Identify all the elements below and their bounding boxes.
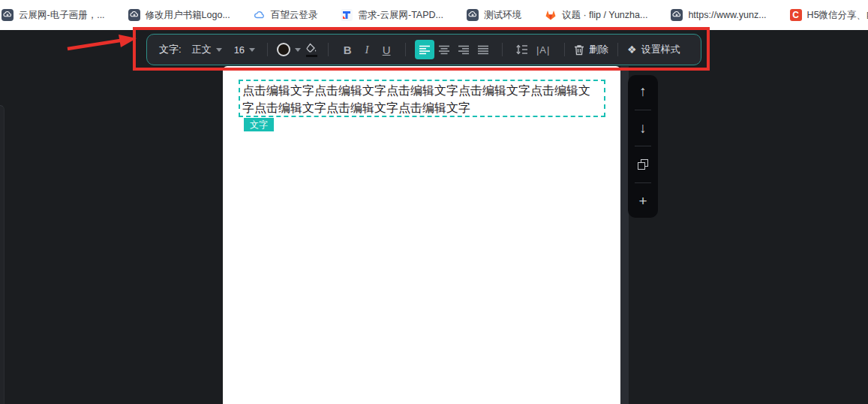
duplicate-button[interactable] xyxy=(628,154,658,175)
move-layer-up-button[interactable]: ↑ xyxy=(628,81,658,102)
bookmark-label: 百望云登录 xyxy=(271,9,318,22)
align-left-button[interactable] xyxy=(415,40,434,59)
toolbar-divider xyxy=(617,43,618,56)
set-style-label: 设置样式 xyxy=(641,43,680,56)
add-element-button[interactable]: + xyxy=(628,191,658,212)
text-color-picker[interactable] xyxy=(277,43,301,56)
toolbar-divider xyxy=(564,43,565,56)
align-justify-icon xyxy=(477,45,489,55)
arrow-up-icon: ↑ xyxy=(639,83,647,100)
yunzhan-favicon xyxy=(2,9,14,21)
align-center-icon xyxy=(438,45,450,55)
cloud-icon xyxy=(254,9,266,21)
set-style-button[interactable]: ❖ 设置样式 xyxy=(627,43,680,56)
diamonds-icon: ❖ xyxy=(627,44,637,56)
toolbar-divider xyxy=(267,43,268,56)
bookmark-test-env[interactable]: 测试环境 xyxy=(467,9,521,22)
copy-icon xyxy=(638,159,649,170)
plus-icon: + xyxy=(638,193,647,210)
paint-bucket-icon xyxy=(305,43,317,53)
bookmark-modify-logo[interactable]: 修改用户书籍Logo... xyxy=(128,9,230,22)
chevron-down-icon xyxy=(249,48,255,52)
yunzhan-favicon xyxy=(467,9,479,21)
highlight-color-swatch xyxy=(306,55,317,57)
bookmark-tapd[interactable]: 需求-云展网-TAPD... xyxy=(341,9,443,22)
toolbar-divider xyxy=(405,43,406,56)
bookmark-label: H5微信分享、自定... xyxy=(807,9,868,22)
element-type-badge: 文字 xyxy=(244,118,274,131)
bookmark-label: 云展网-电子画册，... xyxy=(19,9,105,22)
toolbar-divider xyxy=(502,43,503,56)
highlight-color-button[interactable] xyxy=(305,43,317,57)
toolbar-text-label: 文字: xyxy=(159,43,182,56)
line-height-icon xyxy=(515,44,528,55)
line-height-button[interactable] xyxy=(512,40,531,59)
letter-spacing-icon: |A| xyxy=(536,44,550,56)
text-toolbar: 文字: 正文 16 B I U xyxy=(146,34,701,65)
align-center-button[interactable] xyxy=(434,40,454,59)
bookmark-gitlab-issue[interactable]: 议题 · flip / Yunzha... xyxy=(545,9,647,22)
layer-side-panel: ↑ ↓ + xyxy=(628,75,658,218)
letter-spacing-button[interactable]: |A| xyxy=(531,40,555,59)
align-justify-button[interactable] xyxy=(473,40,493,59)
bookmark-label: https://www.yunz... xyxy=(688,10,766,20)
align-right-button[interactable] xyxy=(454,40,473,59)
trash-icon xyxy=(574,44,584,56)
chevron-down-icon xyxy=(295,48,301,52)
bookmark-baiwang-login[interactable]: 百望云登录 xyxy=(254,9,318,22)
bookmark-label: 修改用户书籍Logo... xyxy=(146,9,230,22)
arrow-down-icon: ↓ xyxy=(639,120,647,137)
delete-label: 删除 xyxy=(589,43,608,56)
panel-divider xyxy=(635,110,651,110)
delete-button[interactable]: 删除 xyxy=(574,43,608,56)
bookmark-label: 议题 · flip / Yunzha... xyxy=(562,9,647,22)
font-size-dropdown[interactable]: 16 xyxy=(234,44,255,56)
font-style-value: 正文 xyxy=(192,43,212,56)
yunzhan-favicon xyxy=(671,9,683,21)
text-element[interactable]: 点击编辑文字点击编辑文字点击编辑文字点击编辑文字点击编辑文字点击编辑文字点击编辑… xyxy=(239,80,605,117)
align-left-icon xyxy=(419,45,431,55)
left-panel-edge xyxy=(0,105,5,404)
font-size-value: 16 xyxy=(234,44,245,56)
bookmark-yunzhan-album[interactable]: 云展网-电子画册，... xyxy=(2,9,105,22)
gitlab-icon xyxy=(545,9,557,21)
font-style-dropdown[interactable]: 正文 xyxy=(192,43,222,56)
panel-divider xyxy=(635,182,651,183)
c-badge-icon: C xyxy=(790,9,802,21)
italic-button[interactable]: I xyxy=(357,40,377,59)
page-canvas[interactable]: 点击编辑文字点击编辑文字点击编辑文字点击编辑文字点击编辑文字点击编辑文字点击编辑… xyxy=(223,66,620,404)
annotation-red-arrow-icon xyxy=(66,33,137,53)
move-layer-down-button[interactable]: ↓ xyxy=(628,118,658,139)
text-element-content: 点击编辑文字点击编辑文字点击编辑文字点击编辑文字点击编辑文字点击编辑文字点击编辑… xyxy=(242,84,590,114)
panel-divider xyxy=(635,146,651,146)
toolbar-divider xyxy=(328,43,329,56)
chevron-down-icon xyxy=(216,48,222,52)
bookmarks-bar: 云展网-电子画册，... 修改用户书籍Logo... 百望云登录 需求-云展网-… xyxy=(0,0,868,30)
bookmark-yunzhan-url[interactable]: https://www.yunz... xyxy=(671,9,766,21)
bold-button[interactable]: B xyxy=(338,40,357,59)
color-swatch-circle-icon xyxy=(277,43,290,56)
align-right-icon xyxy=(458,45,470,55)
editor-canvas-area: 点击编辑文字点击编辑文字点击编辑文字点击编辑文字点击编辑文字点击编辑文字点击编辑… xyxy=(0,30,868,404)
bookmark-h5-wechat-share[interactable]: C H5微信分享、自定... xyxy=(790,9,868,22)
yunzhan-favicon xyxy=(128,9,140,21)
tapd-icon xyxy=(341,9,353,21)
bookmark-label: 测试环境 xyxy=(484,9,521,22)
underline-button[interactable]: U xyxy=(377,40,396,59)
bookmark-label: 需求-云展网-TAPD... xyxy=(358,9,443,22)
